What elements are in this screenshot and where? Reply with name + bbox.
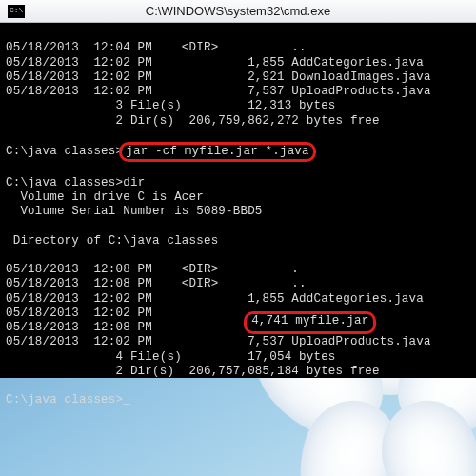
cmd-window[interactable]: C:\ C:\WINDOWS\system32\cmd.exe 05/18/20… xyxy=(0,0,476,378)
cmd-icon: C:\ xyxy=(8,5,25,18)
dir-entry: 05/18/2013 12:08 PM xyxy=(6,321,470,335)
dir-entry: 05/18/2013 12:02 PM 1,855 AddCategories.… xyxy=(6,56,470,70)
dir-entry: 05/18/2013 12:04 PM <DIR> .. xyxy=(6,41,470,55)
prompt-line: C:\java classes>dir xyxy=(6,176,470,190)
cursor: _ xyxy=(123,393,130,407)
prompt-line[interactable]: C:\java classes>_ xyxy=(6,393,470,407)
dir-entry: 05/18/2013 12:08 PM <DIR> . xyxy=(6,263,470,277)
serial-line: Volume Serial Number is 5089-BBD5 xyxy=(6,205,470,219)
volume-line: Volume in drive C is Acer xyxy=(6,190,470,205)
dir-entry: 05/18/2013 12:02 PM 2,921 DownloadImages… xyxy=(6,70,470,85)
highlight-jar-output: 4,741 myfile.jar xyxy=(244,311,376,334)
dir-summary: 3 File(s) 12,313 bytes xyxy=(6,99,470,113)
dir-entry: 05/18/2013 12:02 PM 2,921 DownloadImages… xyxy=(6,307,470,321)
console-area[interactable]: 05/18/2013 12:04 PM <DIR> ..05/18/2013 1… xyxy=(0,23,476,378)
dir-summary: 2 Dir(s) 206,757,085,184 bytes free xyxy=(6,365,470,379)
dir-entry: 05/18/2013 12:02 PM 7,537 UploadProducts… xyxy=(6,335,470,349)
dir-entry: 05/18/2013 12:02 PM 1,855 AddCategories.… xyxy=(6,292,470,307)
title-bar[interactable]: C:\ C:\WINDOWS\system32\cmd.exe xyxy=(0,0,476,23)
dir-entry: 05/18/2013 12:02 PM 7,537 UploadProducts… xyxy=(6,85,470,99)
window-title: C:\WINDOWS\system32\cmd.exe xyxy=(146,4,330,18)
prompt-line: C:\java classes>jar -cf myfile.jar *.jav… xyxy=(6,143,470,161)
dir-of-line: Directory of C:\java classes xyxy=(6,234,470,248)
dir-entry: 05/18/2013 12:08 PM <DIR> .. xyxy=(6,277,470,291)
dir-summary: 2 Dir(s) 206,759,862,272 bytes free xyxy=(6,114,470,129)
highlight-jar-command: jar -cf myfile.jar *.java xyxy=(119,142,316,162)
dir-summary: 4 File(s) 17,054 bytes xyxy=(6,350,470,365)
